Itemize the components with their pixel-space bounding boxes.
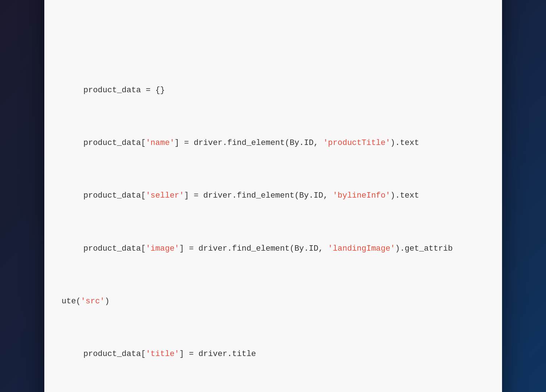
string-src: 'src' — [81, 297, 105, 306]
line-9: product_data['name'] = driver.find_eleme… — [62, 137, 485, 150]
line-blank-2 — [62, 31, 485, 44]
string-name: 'name' — [146, 138, 174, 147]
line-12: product_data['title'] = driver.title — [62, 348, 485, 361]
code-content: from selenium import webdriver from sele… — [62, 0, 485, 392]
string-seller: 'seller' — [146, 191, 184, 200]
string-title: 'title' — [146, 349, 179, 359]
line-11: product_data['image'] = driver.find_elem… — [62, 242, 485, 255]
line-10: product_data['seller'] = driver.find_ele… — [62, 189, 485, 202]
string-landingImage: 'landingImage' — [328, 244, 395, 253]
line-8: product_data = {} — [62, 84, 485, 97]
code-window: from selenium import webdriver from sele… — [44, 0, 502, 392]
line-11b: ute('src') — [62, 295, 485, 308]
string-bylineInfo: 'bylineInfo' — [333, 191, 390, 200]
string-image: 'image' — [146, 244, 179, 253]
string-productTitle: 'productTitle' — [323, 138, 391, 147]
